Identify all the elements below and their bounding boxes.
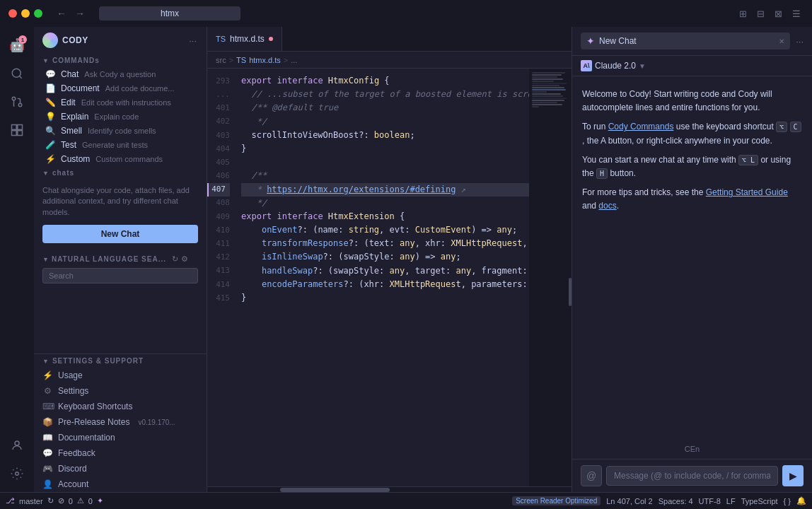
at-mention-button[interactable]: @ bbox=[581, 465, 602, 486]
format-icon[interactable]: { } bbox=[784, 497, 791, 505]
chat-input-area: @ ▶ bbox=[572, 459, 812, 492]
sync-icon[interactable]: ↻ bbox=[47, 496, 54, 505]
settings-feedback[interactable]: 💬 Feedback bbox=[34, 445, 207, 461]
svg-point-9 bbox=[16, 472, 19, 476]
minimap-scrollbar[interactable] bbox=[569, 278, 572, 306]
tab-modified-indicator bbox=[269, 37, 273, 41]
nl-section-header[interactable]: ▼ NATURAL LANGUAGE SEA... ↻ ⚙ bbox=[42, 255, 198, 264]
split-icon[interactable]: ⊟ bbox=[754, 7, 767, 21]
nl-search-label: NATURAL LANGUAGE SEA... bbox=[52, 255, 166, 263]
sidebar-more-button[interactable]: ··· bbox=[187, 34, 198, 47]
svg-point-8 bbox=[15, 441, 19, 445]
breadcrumb-ts-icon: TS bbox=[236, 56, 246, 64]
svg-rect-5 bbox=[18, 125, 23, 130]
command-chat-desc: Ask Cody a question bbox=[84, 70, 156, 78]
horizontal-scrollbar[interactable] bbox=[207, 486, 572, 492]
git-branch-icon[interactable]: ⎇ bbox=[6, 496, 15, 505]
chats-description: Chat alongside your code, attach files, … bbox=[42, 185, 198, 218]
discord-icon: 🎮 bbox=[42, 464, 52, 474]
settings-settings[interactable]: ⚙ Settings bbox=[34, 383, 207, 399]
current-code-line: * https://htmx.org/extensions/#defining … bbox=[241, 183, 529, 197]
chat-more-button[interactable]: ··· bbox=[796, 36, 804, 47]
ts-file-icon: TS bbox=[216, 35, 226, 43]
code-line: export interface HtmxExtension { bbox=[241, 210, 529, 223]
search-activity-icon[interactable] bbox=[4, 61, 30, 86]
breadcrumb-src: src bbox=[216, 56, 226, 64]
title-search-input[interactable] bbox=[99, 6, 240, 21]
commands-label: COMMANDs bbox=[52, 57, 100, 64]
nl-search-input[interactable] bbox=[42, 268, 198, 283]
editor-tab[interactable]: TS htmx.d.ts bbox=[207, 27, 282, 51]
code-line: isInlineSwap?: (swapStyle: any) => any; bbox=[241, 250, 529, 264]
ai-status-icon[interactable]: ✦ bbox=[97, 496, 103, 505]
commands-section-header[interactable]: ▼ COMMANDs bbox=[34, 54, 207, 67]
command-test[interactable]: 🧪 Test Generate unit tests bbox=[34, 138, 207, 152]
svg-rect-6 bbox=[12, 131, 17, 136]
git-branch-label[interactable]: master bbox=[19, 497, 43, 505]
source-control-icon[interactable] bbox=[4, 89, 30, 115]
svg-point-0 bbox=[12, 69, 21, 77]
chat-submit-button[interactable]: ▶ bbox=[782, 465, 804, 486]
close-button[interactable] bbox=[8, 9, 17, 18]
command-edit[interactable]: ✏️ Edit Edit code with instructions bbox=[34, 95, 207, 110]
cody-commands-link[interactable]: Cody Commands bbox=[608, 122, 674, 131]
command-chat[interactable]: 💬 Chat Ask Cody a question bbox=[34, 67, 207, 81]
smell-icon: 🔍 bbox=[45, 126, 55, 136]
settings-keyboard[interactable]: ⌨ Keyboard Shortcuts bbox=[34, 399, 207, 414]
new-chat-button[interactable]: New Chat bbox=[42, 225, 198, 243]
status-bar-right: Screen Reader Optimized Ln 407, Col 2 Sp… bbox=[512, 496, 806, 505]
command-explain[interactable]: 💡 Explain Explain code bbox=[34, 110, 207, 124]
layout-icon[interactable]: ⊞ bbox=[736, 7, 750, 21]
settings-icon[interactable]: ☰ bbox=[789, 7, 804, 21]
avatar-icon[interactable] bbox=[4, 433, 30, 458]
scrollbar-thumb[interactable] bbox=[280, 488, 390, 492]
minimize-button[interactable] bbox=[21, 9, 30, 18]
command-custom[interactable]: ⚡ Custom Custom commands bbox=[34, 152, 207, 166]
feedback-icon: 💬 bbox=[42, 448, 52, 458]
settings-usage[interactable]: ⚡ Usage bbox=[34, 368, 207, 383]
eol-indicator[interactable]: LF bbox=[726, 497, 736, 505]
settings-nl-icon[interactable]: ⚙ bbox=[181, 255, 188, 264]
settings-section-header[interactable]: ▼ SETTINGS & SUPPORT bbox=[34, 354, 207, 368]
docs-icon: 📖 bbox=[42, 433, 52, 443]
forward-button[interactable]: → bbox=[72, 6, 88, 21]
language-indicator[interactable]: TypeScript bbox=[741, 497, 778, 505]
command-document-desc: Add code docume... bbox=[105, 84, 175, 93]
command-custom-desc: Custom commands bbox=[95, 155, 163, 163]
docs-link[interactable]: docs bbox=[598, 201, 616, 211]
breadcrumb-dots: ... bbox=[291, 56, 297, 64]
settings-discord-label: Discord bbox=[58, 464, 87, 474]
kbd-h: H bbox=[596, 168, 608, 179]
back-button[interactable]: ← bbox=[54, 6, 69, 21]
chat-tab-close-button[interactable]: ✕ bbox=[779, 37, 784, 45]
extensions-icon[interactable] bbox=[4, 117, 30, 143]
notifications-icon[interactable]: 🔔 bbox=[796, 496, 806, 505]
cen-text-area: CEn bbox=[572, 442, 812, 459]
settings-discord[interactable]: 🎮 Discord bbox=[34, 461, 207, 476]
command-smell[interactable]: 🔍 Smell Identify code smells bbox=[34, 124, 207, 138]
svg-rect-4 bbox=[12, 125, 17, 130]
settings-docs[interactable]: 📖 Documentation bbox=[34, 430, 207, 445]
spaces-indicator[interactable]: Spaces: 4 bbox=[659, 497, 693, 505]
chats-chevron-icon: ▼ bbox=[42, 170, 50, 177]
settings-prerelease[interactable]: 📦 Pre-Release Notes v0.19.170... bbox=[34, 414, 207, 430]
chats-section-header[interactable]: ▼ chats bbox=[34, 166, 207, 180]
refresh-icon[interactable]: ↻ bbox=[172, 255, 178, 264]
getting-started-guide-link[interactable]: Getting Started Guide bbox=[706, 187, 788, 197]
cursor-position[interactable]: Ln 407, Col 2 bbox=[606, 497, 652, 505]
panel-icon[interactable]: ⊠ bbox=[772, 7, 785, 21]
cody-activity-icon[interactable]: 🤖 1 bbox=[4, 33, 30, 58]
chat-tab[interactable]: ✦ New Chat ✕ bbox=[581, 33, 790, 49]
command-document[interactable]: 📄 Document Add code docume... bbox=[34, 81, 207, 95]
maximize-button[interactable] bbox=[34, 9, 42, 18]
model-selector[interactable]: A\ Claude 2.0 ▼ bbox=[572, 56, 812, 76]
chats-label: chats bbox=[52, 169, 74, 177]
encoding-indicator[interactable]: UTF-8 bbox=[699, 497, 721, 505]
code-line: /** bbox=[241, 169, 529, 182]
settings-account[interactable]: 👤 Account bbox=[34, 476, 207, 492]
cody-avatar bbox=[42, 33, 58, 48]
chat-message-input[interactable] bbox=[606, 466, 778, 486]
code-line: onEvent?: (name: string, evt: CustomEven… bbox=[241, 223, 529, 237]
settings-gear-icon[interactable] bbox=[4, 461, 30, 486]
code-editor[interactable]: 293 ... 401 402 403 404 405 406 407 408 … bbox=[207, 69, 529, 486]
